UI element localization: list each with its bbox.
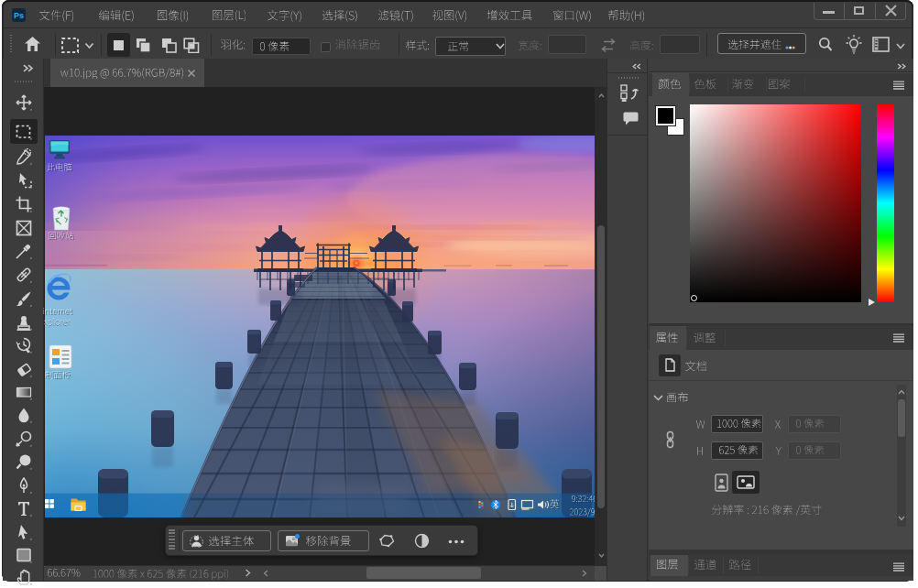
svg-text:Ps: Ps [14,11,24,20]
